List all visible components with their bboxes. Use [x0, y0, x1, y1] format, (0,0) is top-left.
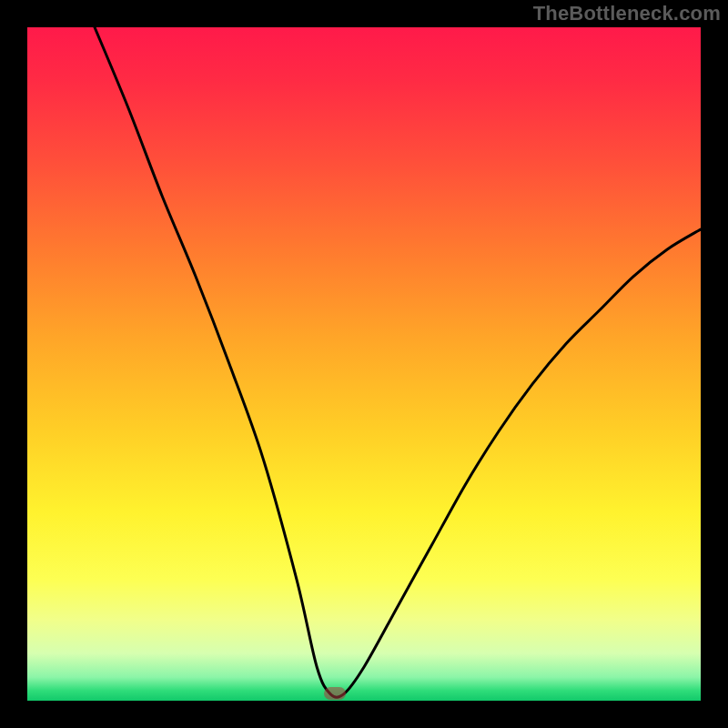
- plot-area: [27, 27, 701, 701]
- chart-frame: TheBottleneck.com: [0, 0, 728, 728]
- bottleneck-curve: [27, 27, 701, 701]
- watermark-text: TheBottleneck.com: [533, 2, 721, 25]
- optimal-point-marker: [324, 687, 346, 700]
